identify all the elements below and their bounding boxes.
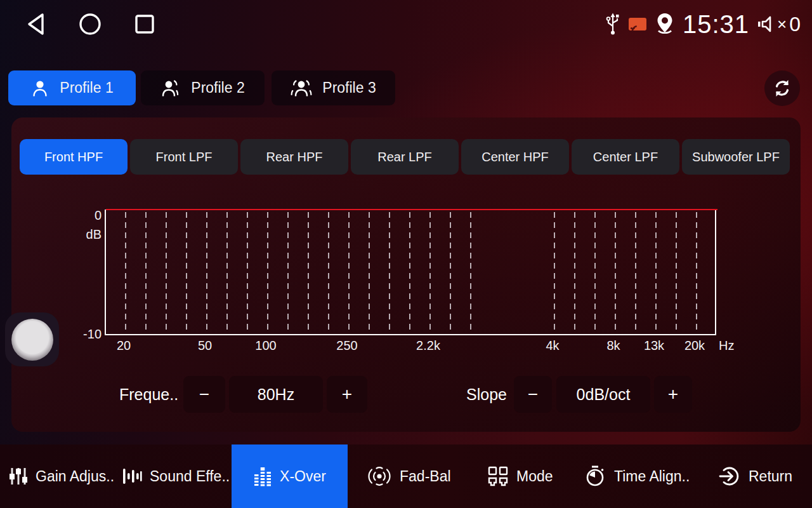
gridline bbox=[554, 212, 555, 333]
x-tick-label: 4k bbox=[546, 338, 559, 353]
chart-plot bbox=[105, 210, 716, 335]
gridline bbox=[470, 212, 471, 333]
recents-icon bbox=[134, 13, 155, 35]
gridline bbox=[655, 212, 657, 333]
y-axis-max-label: 0 bbox=[72, 208, 102, 223]
gridline bbox=[574, 212, 575, 333]
gridline bbox=[247, 212, 248, 333]
profile-2-button[interactable]: Profile 2 bbox=[141, 70, 265, 105]
nav-label: Return bbox=[749, 468, 792, 485]
refresh-icon bbox=[772, 78, 792, 98]
tab-center-hpf[interactable]: Center HPF bbox=[461, 139, 569, 175]
gridline bbox=[409, 212, 410, 333]
gridline bbox=[267, 212, 268, 333]
tab-label: Rear LPF bbox=[377, 150, 432, 164]
profile-label: Profile 2 bbox=[191, 79, 244, 97]
gridline bbox=[696, 212, 697, 333]
home-button[interactable] bbox=[77, 11, 103, 37]
tab-label: Rear HPF bbox=[266, 150, 323, 164]
nav-label: Mode bbox=[516, 468, 553, 485]
nav-fad-bal[interactable]: Fad-Bal bbox=[367, 444, 451, 508]
nav-label: Sound Effe.. bbox=[150, 468, 230, 485]
tab-rear-hpf[interactable]: Rear HPF bbox=[240, 139, 348, 175]
tab-front-hpf[interactable]: Front HPF bbox=[20, 139, 128, 175]
tab-label: Front LPF bbox=[156, 150, 213, 164]
gridline bbox=[594, 212, 596, 333]
response-curve bbox=[106, 209, 717, 210]
profile-label: Profile 3 bbox=[322, 79, 376, 97]
gridline bbox=[287, 212, 289, 333]
volume-level: 0 bbox=[789, 13, 801, 36]
person-icon bbox=[30, 79, 49, 98]
gridline bbox=[308, 212, 309, 333]
volume-knob-button[interactable] bbox=[5, 312, 59, 366]
nav-sound-effect[interactable]: Sound Effe.. bbox=[122, 444, 230, 508]
nav-return[interactable]: Return bbox=[718, 444, 792, 508]
gridline bbox=[125, 212, 126, 333]
back-icon bbox=[25, 12, 46, 36]
x-tick-label: 100 bbox=[255, 338, 276, 353]
back-button[interactable] bbox=[23, 11, 48, 37]
y-axis-unit-label: dB bbox=[72, 227, 102, 242]
slope-minus-button[interactable]: − bbox=[514, 376, 552, 413]
mode-grid-icon bbox=[487, 465, 509, 487]
gain-sliders-icon bbox=[9, 465, 28, 487]
tab-center-lpf[interactable]: Center LPF bbox=[572, 139, 679, 175]
gridline bbox=[348, 212, 350, 333]
return-arrow-icon bbox=[718, 465, 741, 488]
volume-status: × 0 bbox=[757, 13, 801, 36]
nav-gain-adjust[interactable]: Gain Adjus.. bbox=[9, 444, 114, 508]
clock: 15:31 bbox=[683, 10, 749, 39]
gridline bbox=[145, 212, 147, 333]
gridline bbox=[328, 212, 329, 333]
profile-bar: Profile 1 Profile 2 bbox=[0, 70, 812, 106]
gridline bbox=[615, 212, 616, 333]
tab-subwoofer-lpf[interactable]: Subwoofer LPF bbox=[682, 139, 790, 175]
frequency-minus-button[interactable]: − bbox=[183, 376, 225, 413]
x-tick-label: 20 bbox=[117, 338, 131, 353]
tab-label: Center HPF bbox=[481, 150, 549, 164]
crossover-eq-icon bbox=[253, 466, 272, 486]
gridline bbox=[429, 212, 431, 333]
nav-time-alignment[interactable]: Time Align.. bbox=[585, 444, 690, 508]
refresh-button[interactable] bbox=[764, 70, 800, 106]
cast-icon bbox=[628, 17, 647, 32]
x-tick-label: 2.2k bbox=[416, 338, 440, 353]
usb-icon bbox=[605, 12, 620, 36]
gridline bbox=[206, 212, 207, 333]
location-icon bbox=[655, 12, 675, 36]
plus-icon: + bbox=[342, 384, 352, 404]
frequency-plus-button[interactable]: + bbox=[327, 376, 367, 413]
profile-1-button[interactable]: Profile 1 bbox=[8, 70, 136, 105]
tab-rear-lpf[interactable]: Rear LPF bbox=[351, 139, 459, 175]
fader-balance-icon bbox=[367, 465, 392, 487]
android-nav-keys bbox=[23, 11, 157, 37]
x-tick-label: 13k bbox=[644, 338, 664, 353]
recents-button[interactable] bbox=[132, 11, 157, 37]
x-axis-ticks: 20501002502.2k4k8k13k20k bbox=[0, 338, 812, 355]
nav-label: Gain Adjus.. bbox=[36, 468, 114, 485]
profile-label: Profile 1 bbox=[60, 79, 113, 97]
x-axis-unit-label: Hz bbox=[719, 338, 734, 353]
sound-effect-wave-icon bbox=[122, 465, 142, 487]
gridline bbox=[226, 212, 228, 333]
gridline bbox=[186, 212, 187, 333]
gridline bbox=[369, 212, 370, 333]
bottom-nav-bar: Gain Adjus.. Sound Effe.. bbox=[0, 444, 812, 508]
home-icon bbox=[78, 12, 102, 36]
nav-label: Time Align.. bbox=[614, 468, 690, 485]
tab-label: Center LPF bbox=[593, 150, 658, 164]
minus-icon: − bbox=[199, 384, 209, 404]
status-icons: 15:31 × 0 bbox=[605, 8, 801, 41]
nav-mode[interactable]: Mode bbox=[487, 444, 553, 508]
filter-tab-bar: Front HPF Front LPF Rear HPF Rear LPF Ce… bbox=[20, 139, 790, 175]
gridline bbox=[635, 212, 636, 333]
nav-xover[interactable]: X-Over bbox=[232, 444, 348, 508]
knob-face bbox=[11, 319, 53, 361]
slope-plus-button[interactable]: + bbox=[654, 376, 692, 413]
x-tick-label: 8k bbox=[606, 338, 620, 353]
person-one-arc-icon bbox=[160, 79, 181, 98]
x-tick-label: 20k bbox=[684, 338, 705, 353]
profile-3-button[interactable]: Profile 3 bbox=[272, 70, 395, 105]
tab-front-lpf[interactable]: Front LPF bbox=[130, 139, 238, 175]
